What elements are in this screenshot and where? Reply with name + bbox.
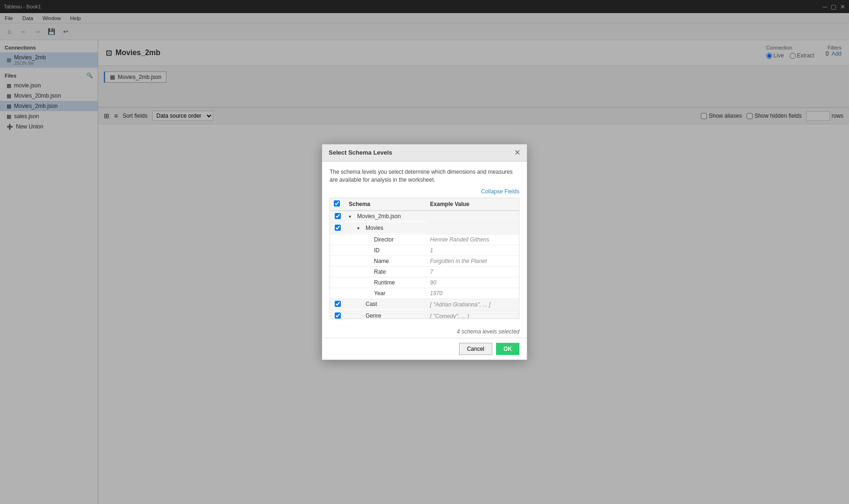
schema-row-checkbox-cell: [330, 223, 345, 234]
schema-tbody: ▾Movies_2mb.json▾MoviesDirectorHennie Ra…: [330, 211, 519, 319]
schema-table: Schema Example Value ▾Movies_2mb.json▾Mo…: [330, 198, 519, 319]
schema-row-checkbox-cell: [330, 234, 345, 245]
schema-row: NameForgotten in the Planet: [330, 256, 519, 267]
ok-button[interactable]: OK: [496, 343, 519, 355]
schema-row-name: Director: [374, 236, 394, 243]
schema-row-name-cell: ID: [345, 245, 426, 256]
schema-row-name: Genre: [366, 312, 381, 319]
schema-row-checkbox-cell: [330, 299, 345, 311]
schema-row-name-cell: Name: [345, 256, 426, 266]
schema-row-example: 1: [426, 245, 519, 256]
schema-row-checkbox-cell: [330, 277, 345, 288]
schema-row: Year1970: [330, 288, 519, 299]
schema-row-checkbox-cell: [330, 211, 345, 223]
schema-row-checkbox[interactable]: [335, 301, 341, 307]
schema-row: Rate7: [330, 267, 519, 277]
schema-row-name: ID: [374, 247, 380, 254]
schema-row-checkbox-cell: [330, 311, 345, 319]
schema-row: Genre[ "Comedy", ... ]: [330, 311, 519, 319]
schema-row: ▾Movies_2mb.json: [330, 211, 519, 223]
schema-row-example: [426, 223, 519, 234]
schema-row-name-cell: Year: [345, 288, 426, 298]
schema-status-text: 4 schema levels selected: [457, 328, 519, 335]
schema-row-name: Runtime: [374, 279, 395, 286]
cancel-button[interactable]: Cancel: [459, 343, 492, 355]
schema-row-example: [ "Adrian Gratianna", ... ]: [426, 299, 519, 311]
col-check: [330, 198, 345, 211]
schema-row-example: 90: [426, 277, 519, 288]
schema-row-name-cell: Cast: [345, 299, 426, 309]
modal-body: The schema levels you select determine w…: [322, 162, 527, 326]
schema-scroll: Schema Example Value ▾Movies_2mb.json▾Mo…: [330, 198, 519, 319]
modal-description: The schema levels you select determine w…: [330, 168, 519, 184]
schema-row-example: Forgotten in the Planet: [426, 256, 519, 267]
schema-row-example: 1970: [426, 288, 519, 299]
schema-row: DirectorHennie Randell Githens: [330, 234, 519, 245]
modal-overlay: Select Schema Levels ✕ The schema levels…: [0, 0, 849, 504]
modal-close-button[interactable]: ✕: [514, 149, 520, 156]
schema-row-example: 7: [426, 267, 519, 277]
select-all-checkbox[interactable]: [334, 200, 340, 206]
schema-row-name-cell: Director: [345, 234, 426, 245]
schema-modal: Select Schema Levels ✕ The schema levels…: [322, 144, 527, 361]
schema-row-name: Rate: [374, 269, 386, 275]
schema-row-checkbox-cell: [330, 288, 345, 299]
schema-row-checkbox[interactable]: [335, 225, 341, 231]
schema-row: Runtime90: [330, 277, 519, 288]
schema-row-name: Movies_2mb.json: [357, 213, 401, 220]
col-example: Example Value: [426, 198, 519, 211]
schema-row-checkbox-cell: [330, 267, 345, 277]
schema-row: ID1: [330, 245, 519, 256]
modal-header: Select Schema Levels ✕: [322, 144, 527, 162]
schema-row-checkbox-cell: [330, 256, 345, 267]
modal-footer-status: 4 schema levels selected: [322, 326, 527, 338]
schema-row-name-cell: Genre: [345, 311, 426, 319]
schema-row-name: Cast: [366, 301, 377, 307]
schema-row-name-cell: Runtime: [345, 277, 426, 288]
schema-row-example: [ "Comedy", ... ]: [426, 311, 519, 319]
schema-row-example: Hennie Randell Githens: [426, 234, 519, 245]
modal-title: Select Schema Levels: [329, 149, 392, 156]
modal-footer-buttons: Cancel OK: [322, 338, 527, 360]
schema-row-example: [426, 211, 519, 223]
schema-row: ▾Movies: [330, 223, 519, 234]
col-schema: Schema: [345, 198, 426, 211]
expand-icon[interactable]: ▾: [349, 214, 355, 219]
schema-row-checkbox-cell: [330, 245, 345, 256]
schema-row-checkbox[interactable]: [335, 312, 341, 319]
schema-row-name-cell: Rate: [345, 267, 426, 277]
schema-row-name: Name: [374, 258, 389, 264]
expand-icon[interactable]: ▾: [357, 226, 364, 231]
schema-table-header: Schema Example Value: [330, 198, 519, 211]
schema-row-checkbox[interactable]: [335, 213, 341, 219]
schema-row: Cast[ "Adrian Gratianna", ... ]: [330, 299, 519, 311]
schema-row-name-cell: ▾Movies_2mb.json: [345, 211, 426, 221]
schema-row-name-cell: ▾Movies: [345, 223, 426, 233]
collapse-fields-link[interactable]: Collapse Fields: [330, 188, 519, 195]
schema-row-name: Movies: [366, 225, 383, 231]
schema-row-name: Year: [374, 290, 385, 297]
